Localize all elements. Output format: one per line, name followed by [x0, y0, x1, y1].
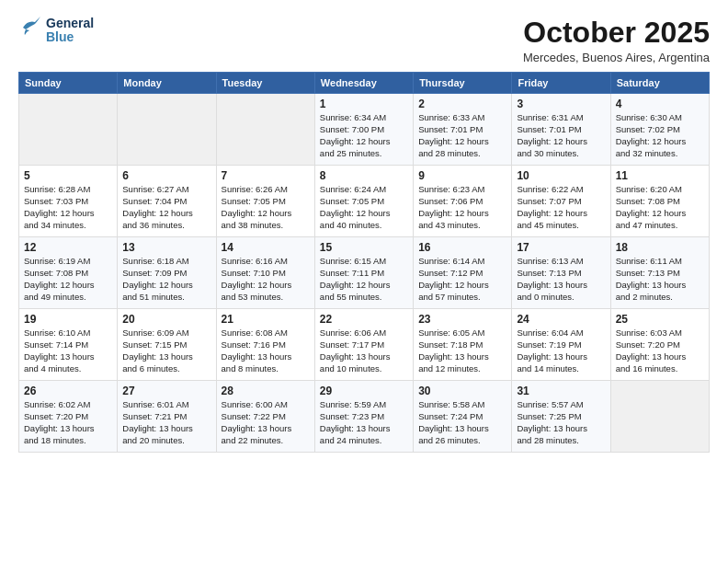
day-number: 25 — [616, 313, 704, 326]
day-detail: Sunrise: 6:03 AM Sunset: 7:20 PM Dayligh… — [616, 327, 704, 374]
page: General Blue October 2025 Mercedes, Buen… — [0, 0, 728, 563]
day-number: 5 — [24, 169, 112, 182]
calendar-cell — [19, 94, 118, 166]
day-detail: Sunrise: 6:13 AM Sunset: 7:13 PM Dayligh… — [517, 256, 605, 303]
calendar-cell: 10Sunrise: 6:22 AM Sunset: 7:07 PM Dayli… — [512, 166, 610, 237]
day-number: 27 — [122, 385, 210, 397]
logo: General Blue — [18, 17, 94, 45]
day-number: 18 — [616, 241, 704, 254]
day-detail: Sunrise: 6:33 AM Sunset: 7:01 PM Dayligh… — [418, 112, 506, 159]
calendar-cell: 18Sunrise: 6:11 AM Sunset: 7:13 PM Dayli… — [610, 237, 709, 309]
day-detail: Sunrise: 6:15 AM Sunset: 7:11 PM Dayligh… — [320, 256, 408, 303]
calendar-cell: 4Sunrise: 6:30 AM Sunset: 7:02 PM Daylig… — [610, 94, 709, 166]
calendar-cell: 8Sunrise: 6:24 AM Sunset: 7:05 PM Daylig… — [314, 166, 413, 237]
calendar-cell: 23Sunrise: 6:05 AM Sunset: 7:18 PM Dayli… — [414, 309, 512, 381]
logo-line1: General — [46, 17, 94, 30]
header: General Blue October 2025 Mercedes, Buen… — [18, 17, 710, 64]
calendar-cell: 7Sunrise: 6:26 AM Sunset: 7:05 PM Daylig… — [216, 166, 314, 237]
day-detail: Sunrise: 5:58 AM Sunset: 7:24 PM Dayligh… — [418, 399, 506, 446]
calendar-cell: 25Sunrise: 6:03 AM Sunset: 7:20 PM Dayli… — [610, 309, 709, 381]
day-detail: Sunrise: 6:14 AM Sunset: 7:12 PM Dayligh… — [418, 256, 506, 303]
day-number: 3 — [517, 98, 605, 110]
day-number: 20 — [122, 313, 210, 326]
day-number: 29 — [320, 385, 408, 397]
logo-text-block: General Blue — [46, 17, 94, 45]
calendar-cell: 11Sunrise: 6:20 AM Sunset: 7:08 PM Dayli… — [610, 166, 709, 237]
calendar-cell: 17Sunrise: 6:13 AM Sunset: 7:13 PM Dayli… — [512, 237, 610, 309]
day-detail: Sunrise: 6:06 AM Sunset: 7:17 PM Dayligh… — [320, 327, 408, 374]
day-detail: Sunrise: 6:01 AM Sunset: 7:21 PM Dayligh… — [122, 399, 210, 446]
day-number: 31 — [517, 385, 605, 397]
day-number: 14 — [222, 241, 310, 254]
calendar-cell: 14Sunrise: 6:16 AM Sunset: 7:10 PM Dayli… — [216, 237, 314, 309]
calendar-cell — [118, 94, 216, 166]
calendar-cell: 16Sunrise: 6:14 AM Sunset: 7:12 PM Dayli… — [414, 237, 512, 309]
day-number: 24 — [517, 313, 605, 326]
day-detail: Sunrise: 6:11 AM Sunset: 7:13 PM Dayligh… — [616, 256, 704, 303]
calendar-cell: 26Sunrise: 6:02 AM Sunset: 7:20 PM Dayli… — [19, 381, 118, 453]
day-detail: Sunrise: 5:57 AM Sunset: 7:25 PM Dayligh… — [517, 399, 605, 446]
weekday-header-thursday: Thursday — [414, 73, 512, 94]
day-detail: Sunrise: 6:28 AM Sunset: 7:03 PM Dayligh… — [24, 184, 112, 231]
day-detail: Sunrise: 6:22 AM Sunset: 7:07 PM Dayligh… — [517, 184, 605, 231]
day-detail: Sunrise: 6:04 AM Sunset: 7:19 PM Dayligh… — [517, 327, 605, 374]
calendar-cell: 5Sunrise: 6:28 AM Sunset: 7:03 PM Daylig… — [19, 166, 118, 237]
subtitle: Mercedes, Buenos Aires, Argentina — [523, 51, 710, 64]
calendar-cell: 27Sunrise: 6:01 AM Sunset: 7:21 PM Dayli… — [118, 381, 216, 453]
day-detail: Sunrise: 6:08 AM Sunset: 7:16 PM Dayligh… — [222, 327, 310, 374]
day-number: 1 — [320, 98, 408, 110]
day-number: 26 — [24, 385, 112, 397]
calendar-week-1: 1Sunrise: 6:34 AM Sunset: 7:00 PM Daylig… — [19, 94, 710, 166]
calendar-week-2: 5Sunrise: 6:28 AM Sunset: 7:03 PM Daylig… — [19, 166, 710, 237]
day-number: 23 — [418, 313, 506, 326]
calendar-week-4: 19Sunrise: 6:10 AM Sunset: 7:14 PM Dayli… — [19, 309, 710, 381]
day-detail: Sunrise: 6:30 AM Sunset: 7:02 PM Dayligh… — [616, 112, 704, 159]
weekday-header-row: SundayMondayTuesdayWednesdayThursdayFrid… — [19, 73, 710, 94]
day-number: 11 — [616, 169, 704, 182]
weekday-header-friday: Friday — [512, 73, 610, 94]
day-number: 16 — [418, 241, 506, 254]
calendar-cell: 13Sunrise: 6:18 AM Sunset: 7:09 PM Dayli… — [118, 237, 216, 309]
calendar-cell — [216, 94, 314, 166]
weekday-header-wednesday: Wednesday — [314, 73, 413, 94]
calendar-cell: 12Sunrise: 6:19 AM Sunset: 7:08 PM Dayli… — [19, 237, 118, 309]
day-detail: Sunrise: 6:34 AM Sunset: 7:00 PM Dayligh… — [320, 112, 408, 159]
calendar-cell — [610, 381, 709, 453]
day-detail: Sunrise: 6:24 AM Sunset: 7:05 PM Dayligh… — [320, 184, 408, 231]
day-number: 28 — [222, 385, 310, 397]
logo-container: General Blue — [18, 17, 94, 45]
day-number: 6 — [122, 169, 210, 182]
weekday-header-tuesday: Tuesday — [216, 73, 314, 94]
day-number: 9 — [418, 169, 506, 182]
calendar-cell: 6Sunrise: 6:27 AM Sunset: 7:04 PM Daylig… — [118, 166, 216, 237]
day-detail: Sunrise: 5:59 AM Sunset: 7:23 PM Dayligh… — [320, 399, 408, 446]
calendar-table: SundayMondayTuesdayWednesdayThursdayFrid… — [18, 72, 710, 453]
day-number: 8 — [320, 169, 408, 182]
day-number: 2 — [418, 98, 506, 110]
calendar-cell: 19Sunrise: 6:10 AM Sunset: 7:14 PM Dayli… — [19, 309, 118, 381]
calendar-week-3: 12Sunrise: 6:19 AM Sunset: 7:08 PM Dayli… — [19, 237, 710, 309]
weekday-header-monday: Monday — [118, 73, 216, 94]
day-detail: Sunrise: 6:23 AM Sunset: 7:06 PM Dayligh… — [418, 184, 506, 231]
title-section: October 2025 Mercedes, Buenos Aires, Arg… — [523, 17, 710, 64]
day-detail: Sunrise: 6:26 AM Sunset: 7:05 PM Dayligh… — [222, 184, 310, 231]
calendar-cell: 20Sunrise: 6:09 AM Sunset: 7:15 PM Dayli… — [118, 309, 216, 381]
day-number: 13 — [122, 241, 210, 254]
calendar-cell: 3Sunrise: 6:31 AM Sunset: 7:01 PM Daylig… — [512, 94, 610, 166]
day-number: 19 — [24, 313, 112, 326]
day-number: 4 — [616, 98, 704, 110]
day-detail: Sunrise: 6:18 AM Sunset: 7:09 PM Dayligh… — [122, 256, 210, 303]
day-number: 10 — [517, 169, 605, 182]
calendar-cell: 29Sunrise: 5:59 AM Sunset: 7:23 PM Dayli… — [314, 381, 413, 453]
day-number: 17 — [517, 241, 605, 254]
day-detail: Sunrise: 6:16 AM Sunset: 7:10 PM Dayligh… — [222, 256, 310, 303]
calendar-cell: 1Sunrise: 6:34 AM Sunset: 7:00 PM Daylig… — [314, 94, 413, 166]
day-detail: Sunrise: 6:19 AM Sunset: 7:08 PM Dayligh… — [24, 256, 112, 303]
calendar-cell: 31Sunrise: 5:57 AM Sunset: 7:25 PM Dayli… — [512, 381, 610, 453]
calendar-cell: 24Sunrise: 6:04 AM Sunset: 7:19 PM Dayli… — [512, 309, 610, 381]
day-detail: Sunrise: 6:09 AM Sunset: 7:15 PM Dayligh… — [122, 327, 210, 374]
day-number: 15 — [320, 241, 408, 254]
day-number: 30 — [418, 385, 506, 397]
calendar-cell: 9Sunrise: 6:23 AM Sunset: 7:06 PM Daylig… — [414, 166, 512, 237]
calendar-cell: 21Sunrise: 6:08 AM Sunset: 7:16 PM Dayli… — [216, 309, 314, 381]
